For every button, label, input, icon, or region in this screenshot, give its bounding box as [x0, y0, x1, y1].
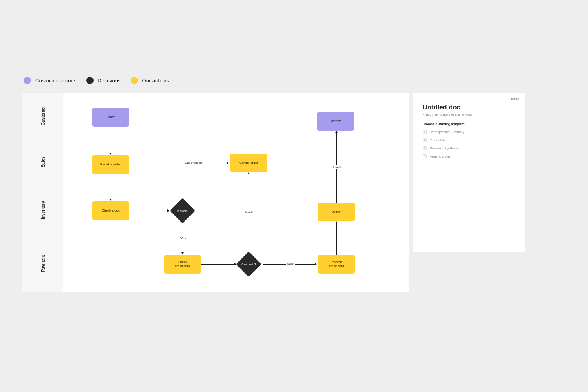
edge	[129, 211, 168, 211]
arrowhead-icon	[167, 209, 169, 212]
lane-label-customer: Customer	[41, 96, 45, 136]
doc-panel[interactable]: BETA Untitled doc Press '/' for options …	[413, 93, 525, 252]
edge-label-invalid-2: Invalid	[332, 165, 343, 169]
template-icon	[423, 146, 427, 150]
legend-item-our-actions: Our actions	[131, 77, 169, 84]
legend-item-customer: Customer actions	[24, 77, 76, 84]
template-item-retrospective[interactable]: Retrospective Summary	[423, 130, 515, 134]
lane-divider	[63, 140, 409, 140]
doc-title[interactable]: Untitled doc	[423, 104, 515, 111]
arrowhead-icon	[181, 252, 184, 254]
node-card-valid-decision[interactable]: Card valid?	[240, 255, 258, 273]
template-icon	[423, 154, 427, 158]
edge-label-yes: Yes	[179, 236, 187, 241]
legend-label: Our actions	[142, 78, 169, 84]
template-icon	[423, 130, 427, 134]
edge	[111, 127, 111, 154]
template-item-research-synthesis[interactable]: Research Synthesis	[423, 146, 515, 150]
template-section-label: Choose a starting template	[423, 122, 515, 126]
node-check-credit-card[interactable]: Check credit card	[164, 255, 201, 274]
node-deliver[interactable]: Deliver	[318, 203, 355, 221]
doc-hint: Press '/' for options or start writing	[423, 113, 515, 116]
template-icon	[423, 138, 427, 142]
template-label: Retrospective Summary	[430, 130, 464, 134]
beta-badge: BETA	[511, 98, 519, 101]
edge-label-invalid: Invalid	[244, 210, 256, 214]
lane-label-inventory: Inventory	[41, 190, 45, 231]
template-list: Retrospective Summary Product Brief Rese…	[423, 130, 515, 158]
node-receive[interactable]: Receive	[317, 112, 354, 131]
arrowhead-icon	[247, 172, 250, 174]
node-process-credit-card[interactable]: Process credit card	[318, 255, 355, 274]
legend: Customer actions Decisions Our actions	[24, 77, 169, 84]
template-label: Meeting Notes	[430, 155, 451, 158]
lane-label-payment: Payment	[41, 243, 45, 284]
node-order[interactable]: Order	[92, 108, 129, 127]
arrowhead-icon	[234, 263, 236, 265]
legend-item-decisions: Decisions	[86, 77, 120, 84]
node-check-stock[interactable]: Check stock	[92, 201, 129, 220]
arrowhead-icon	[109, 153, 112, 155]
node-receive-order[interactable]: Receive order	[92, 155, 129, 174]
edge-label-valid: Valid	[286, 262, 295, 266]
edge	[111, 174, 111, 200]
edge-label-out-of-stock: Out of stock	[183, 160, 203, 165]
edge	[201, 264, 235, 265]
lane-divider	[63, 234, 409, 234]
node-cancel-order[interactable]: Cancel order	[230, 154, 267, 172]
legend-label: Customer actions	[35, 78, 76, 84]
template-label: Research Synthesis	[430, 147, 459, 150]
flowchart-canvas[interactable]: Customer Sales Inventory Payment Order R…	[22, 93, 409, 292]
legend-swatch-yellow	[131, 77, 138, 84]
legend-swatch-black	[86, 77, 94, 84]
node-in-stock-decision[interactable]: In stock?	[174, 202, 192, 220]
arrowhead-icon	[227, 162, 229, 164]
arrowhead-icon	[335, 131, 338, 133]
legend-swatch-purple	[24, 77, 31, 84]
template-item-product-brief[interactable]: Product Brief	[423, 138, 515, 142]
lane-label-sales: Sales	[41, 142, 45, 183]
template-item-meeting-notes[interactable]: Meeting Notes	[423, 154, 515, 158]
arrowhead-icon	[109, 199, 112, 201]
edge	[336, 223, 337, 255]
legend-label: Decisions	[98, 78, 120, 84]
arrowhead-icon	[315, 263, 317, 265]
lane-divider	[63, 186, 409, 186]
template-label: Product Brief	[430, 138, 448, 142]
arrowhead-icon	[335, 221, 338, 223]
edge	[183, 163, 183, 199]
